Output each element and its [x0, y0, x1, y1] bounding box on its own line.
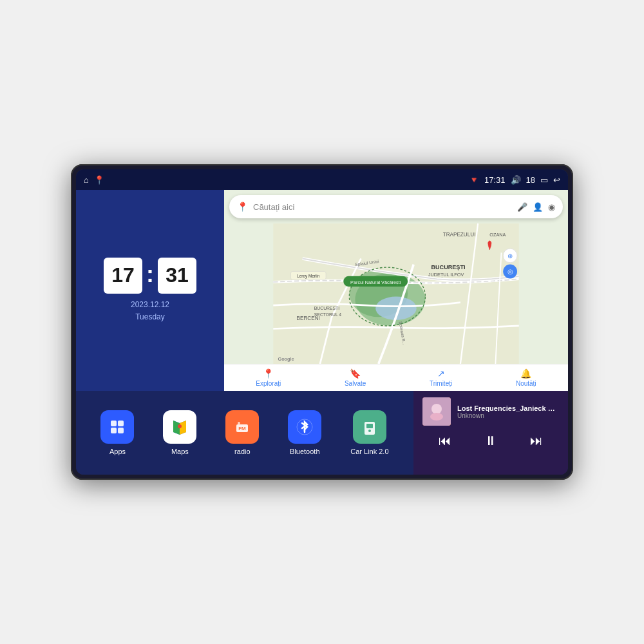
svg-text:Leroy Merlin: Leroy Merlin	[297, 274, 319, 279]
status-right: 🔻 17:31 🔊 18 ▭ ↩	[469, 175, 560, 185]
carlink-label: Car Link 2.0	[350, 448, 388, 455]
saved-icon: 🔖	[350, 368, 361, 379]
saved-label: Salvate	[345, 380, 366, 387]
svg-text:Parcul Natural Văcărești: Parcul Natural Văcărești	[350, 279, 401, 285]
map-view[interactable]: Parcul Natural Văcărești Leroy Merlin BU…	[224, 223, 568, 364]
svg-rect-28	[118, 428, 124, 433]
top-section: 17 : 31 2023.12.12 Tuesday 📍 Căut	[76, 190, 568, 391]
map-nav-send[interactable]: ↗ Trimiteți	[430, 368, 452, 387]
status-bar: ⌂ 📍 🔻 17:31 🔊 18 ▭ ↩	[76, 169, 568, 190]
clock-date: 2023.12.12 Tuesday	[131, 299, 169, 323]
maps-icon-wrapper	[163, 410, 196, 444]
map-nav-news[interactable]: 🔔 Noutăți	[516, 368, 536, 387]
status-left: ⌂ 📍	[84, 175, 104, 185]
prev-button[interactable]: ⏮	[433, 431, 457, 451]
bluetooth-icon-wrapper	[288, 410, 321, 444]
svg-point-39	[368, 430, 371, 432]
app-item-apps[interactable]: Apps	[100, 410, 134, 455]
layers-icon[interactable]: ◉	[548, 202, 555, 212]
map-search-bar[interactable]: 📍 Căutați aici 🎤 👤 ◉	[229, 195, 563, 218]
app-item-radio[interactable]: FM radio	[225, 410, 259, 455]
battery-icon: ▭	[540, 175, 548, 185]
radio-label: radio	[234, 448, 250, 455]
news-label: Noutăți	[516, 380, 536, 387]
back-icon[interactable]: ↩	[553, 175, 560, 185]
map-nav-saved[interactable]: 🔖 Salvate	[345, 368, 366, 387]
svg-point-35	[238, 422, 240, 424]
clock-colon: :	[146, 261, 154, 288]
music-panel: Lost Frequencies_Janieck Devy-... Unknow…	[413, 391, 568, 475]
svg-text:Google: Google	[278, 356, 294, 362]
music-info: Lost Frequencies_Janieck Devy-... Unknow…	[422, 397, 559, 426]
svg-rect-27	[111, 428, 117, 433]
bottom-section: Apps Maps	[76, 391, 568, 475]
car-head-unit: ⌂ 📍 🔻 17:31 🔊 18 ▭ ↩ 17 :	[71, 164, 573, 480]
svg-text:TRAPEZULUI: TRAPEZULUI	[443, 232, 476, 238]
music-controls: ⏮ ⏸ ⏭	[422, 431, 559, 451]
battery-level: 18	[526, 175, 535, 185]
play-pause-button[interactable]: ⏸	[479, 431, 502, 451]
svg-text:JUDEȚUL ILFOV: JUDEȚUL ILFOV	[428, 272, 464, 278]
music-thumbnail	[422, 397, 451, 426]
app-item-bluetooth[interactable]: Bluetooth	[288, 410, 321, 455]
music-artist: Unknown	[457, 412, 559, 419]
clock-panel: 17 : 31 2023.12.12 Tuesday	[76, 190, 224, 391]
svg-text:BUCUREȘTI: BUCUREȘTI	[431, 264, 466, 270]
svg-text:SECTORUL 4: SECTORUL 4	[314, 312, 342, 317]
explore-icon: 📍	[263, 368, 274, 379]
maps-pin-icon[interactable]: 📍	[94, 175, 104, 185]
signal-icon: 🔻	[469, 175, 479, 185]
send-label: Trimiteți	[430, 380, 452, 387]
map-nav-explore[interactable]: 📍 Explorați	[256, 368, 281, 387]
apps-icon	[100, 410, 134, 444]
map-panel[interactable]: 📍 Căutați aici 🎤 👤 ◉	[224, 190, 568, 391]
svg-rect-38	[366, 424, 373, 428]
radio-icon-wrapper: FM	[225, 410, 259, 444]
map-bottom-nav: 📍 Explorați 🔖 Salvate ↗ Trimiteți 🔔	[224, 364, 568, 391]
clock-minutes: 31	[158, 258, 196, 294]
google-maps-icon: 📍	[237, 202, 248, 212]
svg-rect-26	[118, 421, 124, 426]
send-icon: ↗	[437, 368, 445, 379]
maps-label: Maps	[171, 448, 189, 455]
clock-display: 17 : 31	[104, 258, 196, 294]
microphone-icon[interactable]: 🎤	[517, 202, 527, 212]
search-placeholder[interactable]: Căutați aici	[253, 202, 512, 212]
music-title: Lost Frequencies_Janieck Devy-...	[457, 404, 559, 412]
svg-rect-25	[111, 421, 117, 426]
screen: ⌂ 📍 🔻 17:31 🔊 18 ▭ ↩ 17 :	[76, 169, 568, 475]
app-item-carlink[interactable]: Car Link 2.0	[350, 410, 388, 455]
explore-label: Explorați	[256, 380, 281, 387]
svg-text:BUCUREȘTI: BUCUREȘTI	[314, 306, 339, 311]
volume-icon[interactable]: 🔊	[511, 175, 521, 185]
news-icon: 🔔	[520, 368, 531, 379]
account-icon[interactable]: 👤	[533, 202, 543, 212]
bluetooth-label: Bluetooth	[290, 448, 319, 455]
next-button[interactable]: ⏭	[525, 431, 548, 451]
status-time: 17:31	[484, 175, 506, 185]
svg-text:⊕: ⊕	[507, 252, 513, 260]
svg-text:FM: FM	[239, 426, 247, 431]
svg-point-41	[431, 404, 442, 414]
svg-point-42	[430, 413, 443, 421]
clock-hours: 17	[104, 258, 142, 294]
music-meta: Lost Frequencies_Janieck Devy-... Unknow…	[457, 404, 559, 419]
home-icon[interactable]: ⌂	[84, 175, 89, 185]
apps-label: Apps	[109, 448, 126, 455]
carlink-icon-wrapper	[353, 410, 386, 444]
app-item-maps[interactable]: Maps	[163, 410, 196, 455]
main-area: 17 : 31 2023.12.12 Tuesday 📍 Căut	[76, 190, 568, 475]
svg-point-32	[178, 424, 182, 428]
search-actions: 🎤 👤 ◉	[517, 202, 555, 212]
svg-text:◎: ◎	[507, 268, 513, 275]
apps-panel: Apps Maps	[76, 391, 413, 475]
svg-text:OZANA: OZANA	[489, 232, 506, 238]
